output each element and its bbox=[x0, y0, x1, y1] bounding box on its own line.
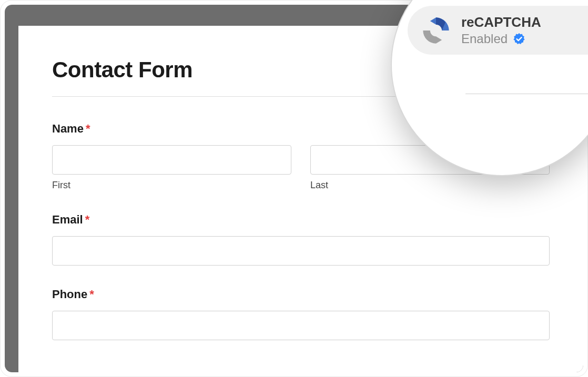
first-name-col: First bbox=[52, 145, 291, 191]
phone-label: Phone* bbox=[52, 288, 550, 301]
required-asterisk: * bbox=[85, 213, 90, 226]
email-label: Email* bbox=[52, 213, 550, 227]
phone-label-text: Phone bbox=[52, 288, 87, 301]
magnifier-separator bbox=[465, 94, 588, 94]
recaptcha-status-text: Enabled bbox=[461, 32, 508, 46]
phone-field-block: Phone* bbox=[52, 288, 550, 340]
email-label-text: Email bbox=[52, 213, 83, 226]
recaptcha-status-row: Enabled bbox=[461, 32, 541, 46]
outer-card: Contact Form Name* First Last bbox=[0, 0, 588, 377]
last-name-sublabel: Last bbox=[310, 180, 550, 191]
svg-marker-1 bbox=[436, 36, 442, 43]
recaptcha-title: reCAPTCHA bbox=[461, 14, 541, 30]
recaptcha-badge-text: reCAPTCHA Enabled bbox=[461, 14, 541, 46]
svg-marker-0 bbox=[430, 17, 436, 24]
first-name-sublabel: First bbox=[52, 180, 291, 191]
email-field-block: Email* bbox=[52, 213, 550, 266]
recaptcha-badge[interactable]: reCAPTCHA Enabled bbox=[408, 6, 588, 55]
verified-badge-icon bbox=[513, 33, 525, 45]
email-input[interactable] bbox=[52, 236, 550, 266]
name-label-text: Name bbox=[52, 122, 84, 135]
recaptcha-icon bbox=[421, 16, 451, 45]
first-name-input[interactable] bbox=[52, 145, 291, 175]
required-asterisk: * bbox=[89, 288, 94, 301]
required-asterisk: * bbox=[86, 122, 90, 135]
phone-input[interactable] bbox=[52, 311, 550, 340]
